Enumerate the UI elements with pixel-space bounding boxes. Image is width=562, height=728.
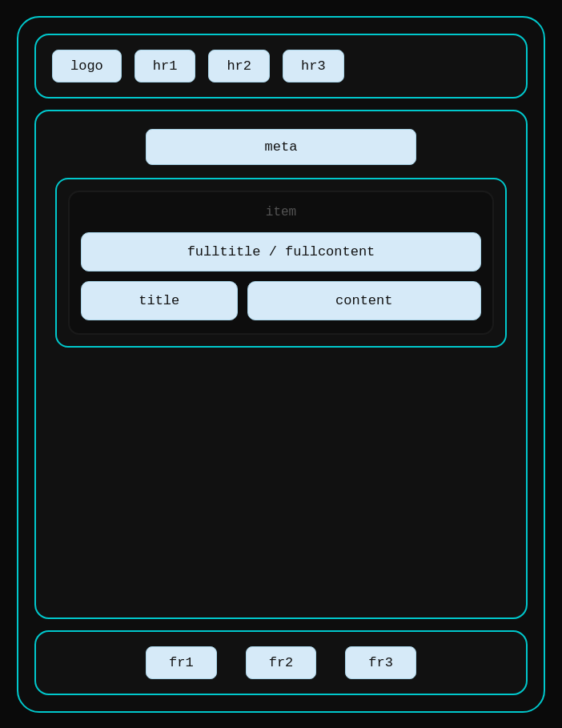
item-inner: item fulltitle / fullcontent title conte… bbox=[68, 191, 494, 335]
item-outer: item fulltitle / fullcontent title conte… bbox=[55, 178, 507, 348]
footer-section: fr1 fr2 fr3 bbox=[34, 630, 528, 695]
outer-container: logo hr1 hr2 hr3 meta item fulltitle / f… bbox=[17, 16, 545, 713]
title-box[interactable]: title bbox=[81, 281, 238, 320]
header-hr3[interactable]: hr3 bbox=[283, 50, 344, 82]
title-content-row: title content bbox=[81, 281, 481, 320]
header-logo[interactable]: logo bbox=[52, 50, 122, 82]
content-box[interactable]: content bbox=[247, 281, 481, 320]
item-label: item bbox=[81, 205, 481, 219]
footer-fr3[interactable]: fr3 bbox=[345, 646, 416, 679]
meta-bar: meta bbox=[146, 129, 416, 165]
main-section: meta item fulltitle / fullcontent title … bbox=[34, 110, 528, 619]
header-hr2[interactable]: hr2 bbox=[208, 50, 270, 82]
fulltitle-box[interactable]: fulltitle / fullcontent bbox=[81, 232, 481, 271]
header-hr1[interactable]: hr1 bbox=[134, 50, 196, 82]
header-section: logo hr1 hr2 hr3 bbox=[34, 34, 528, 99]
footer-fr1[interactable]: fr1 bbox=[146, 646, 217, 679]
footer-fr2[interactable]: fr2 bbox=[246, 646, 317, 679]
